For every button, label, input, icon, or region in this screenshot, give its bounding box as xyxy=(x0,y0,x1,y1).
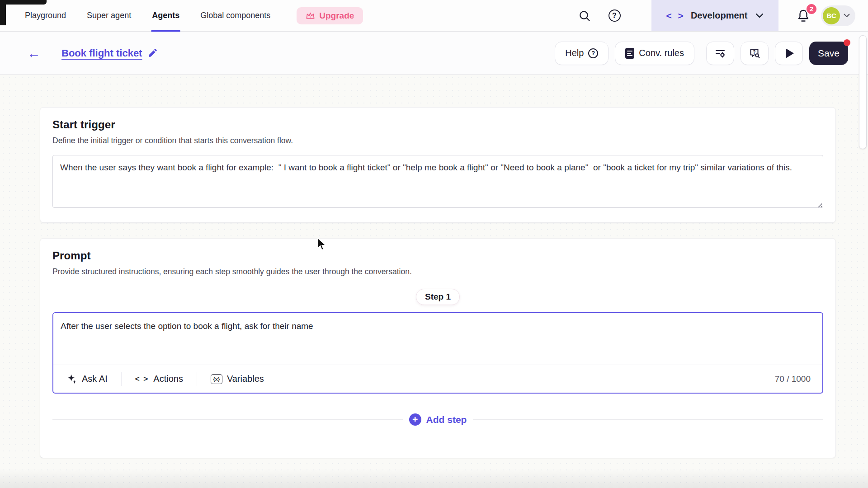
conv-rules-button[interactable]: Conv. rules xyxy=(615,42,694,65)
actions-label: Actions xyxy=(153,374,183,384)
top-navbar: Playground Super agent Agents Global com… xyxy=(0,0,868,32)
divider xyxy=(52,419,403,420)
window-edge-artifact xyxy=(0,0,6,25)
nav-item-global-components[interactable]: Global components xyxy=(200,0,270,31)
help-nav-button[interactable]: ? xyxy=(605,7,623,25)
search-icon xyxy=(578,9,591,22)
vertical-scrollbar-thumb[interactable] xyxy=(859,35,867,149)
run-flow-button[interactable] xyxy=(775,42,803,65)
account-menu[interactable]: BC xyxy=(821,5,855,26)
help-icon: ? xyxy=(588,48,598,58)
help-button[interactable]: Help ? xyxy=(555,42,609,65)
add-step-button[interactable]: + Add step xyxy=(409,413,467,426)
flow-title-link[interactable]: Book flight ticket xyxy=(61,47,142,59)
sparkle-icon xyxy=(67,374,77,384)
step-pill-row: Step 1 xyxy=(52,289,823,305)
step-prompt-input[interactable]: After the user selects the option to boo… xyxy=(53,313,822,365)
add-step-row: + Add step xyxy=(52,413,823,426)
variables-icon: {x} xyxy=(211,374,222,384)
upgrade-label: Upgrade xyxy=(319,11,354,21)
play-icon xyxy=(786,48,794,58)
start-trigger-description: Define the initial trigger or condition … xyxy=(52,136,823,145)
conv-rules-label: Conv. rules xyxy=(639,48,684,58)
notifications-button[interactable]: 2 xyxy=(797,9,810,23)
unsaved-changes-dot xyxy=(844,39,850,46)
avatar: BC xyxy=(823,7,840,24)
nav-item-playground[interactable]: Playground xyxy=(25,0,66,31)
step-editor-toolbar: Ask AI < > Actions {x} Variables 70 / 10… xyxy=(53,365,822,393)
code-icon: < > xyxy=(666,10,685,21)
document-icon xyxy=(625,48,634,59)
nav-spacer xyxy=(363,0,576,31)
start-trigger-input[interactable]: When the user says they want book a flig… xyxy=(52,155,823,208)
list-settings-icon xyxy=(714,47,726,59)
prompt-title: Prompt xyxy=(52,249,823,262)
char-counter: 70 / 1000 xyxy=(775,374,811,384)
edit-title-button[interactable] xyxy=(147,48,157,58)
notification-badge: 2 xyxy=(806,3,817,15)
variables-button[interactable]: {x} Variables xyxy=(209,374,266,384)
toolbar-divider xyxy=(197,372,197,386)
nav-item-agents[interactable]: Agents xyxy=(152,0,179,31)
ask-ai-label: Ask AI xyxy=(82,374,108,384)
plus-circle-icon: + xyxy=(409,413,421,426)
prompt-description: Provide structured instructions, ensurin… xyxy=(52,267,823,277)
environment-label: Development xyxy=(691,10,748,21)
svg-text:?: ? xyxy=(753,50,755,55)
prompt-card: Prompt Provide structured instructions, … xyxy=(40,238,836,458)
variables-label: Variables xyxy=(227,374,264,384)
flow-toolbar: ← Book flight ticket Help ? Conv. rules xyxy=(0,32,868,75)
save-button[interactable]: Save xyxy=(809,42,848,65)
step-badge: Step 1 xyxy=(416,289,460,305)
start-trigger-title: Start trigger xyxy=(52,118,823,131)
test-conversation-button[interactable]: ? xyxy=(741,42,769,65)
add-step-label: Add step xyxy=(426,414,467,425)
flow-settings-button[interactable] xyxy=(706,42,734,65)
window-edge-artifact xyxy=(0,0,47,5)
actions-button[interactable]: < > Actions xyxy=(133,374,185,384)
back-button[interactable]: ← xyxy=(24,45,44,62)
nav-tabs: Playground Super agent Agents Global com… xyxy=(0,0,270,31)
help-icon: ? xyxy=(609,9,621,22)
main-content: Start trigger Define the initial trigger… xyxy=(0,75,868,488)
code-icon: < > xyxy=(135,375,149,384)
save-label: Save xyxy=(818,48,840,58)
agent-builder-screen: Playground Super agent Agents Global com… xyxy=(0,0,868,488)
chat-question-search-icon: ? xyxy=(749,47,761,59)
step-editor: After the user selects the option to boo… xyxy=(52,312,823,394)
chevron-down-icon xyxy=(755,13,764,18)
help-button-label: Help xyxy=(565,48,584,58)
chevron-down-icon xyxy=(844,14,850,18)
crown-icon xyxy=(306,11,315,20)
toolbar-divider xyxy=(121,372,122,386)
nav-item-super-agent[interactable]: Super agent xyxy=(87,0,131,31)
search-button[interactable] xyxy=(576,7,594,25)
upgrade-button[interactable]: Upgrade xyxy=(297,7,363,24)
pencil-icon xyxy=(147,48,157,58)
divider xyxy=(473,419,823,420)
start-trigger-card: Start trigger Define the initial trigger… xyxy=(40,107,836,223)
toolbar-actions: Help ? Conv. rules xyxy=(555,42,868,65)
start-trigger-field-wrap: When the user says they want book a flig… xyxy=(52,155,823,210)
ask-ai-button[interactable]: Ask AI xyxy=(65,374,109,384)
environment-selector[interactable]: < > Development xyxy=(651,0,778,31)
